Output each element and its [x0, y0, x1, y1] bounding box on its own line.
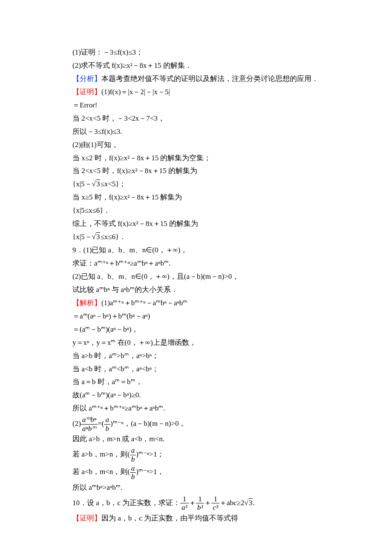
text-line: (2)由(1)可知，: [72, 139, 328, 152]
text-line: 当 a>b 时，aᵐ>bᵐ，aⁿ>bⁿ；: [72, 350, 328, 363]
text-line: 故(aᵐ－bᵐ)(aⁿ－bⁿ)≥0.: [72, 389, 328, 402]
fraction: ab: [130, 446, 136, 463]
text-line: 若 a>b，m>n，则(ab)ᵐ⁻ⁿ>1；: [72, 446, 328, 463]
text-line: 当 a＝b 时，aᵐ＝bᵐ，: [72, 376, 328, 389]
text-line: 试比较 aᵐbⁿ 与 aⁿbᵐ的大小关系．: [72, 283, 328, 297]
text-line: 综上，不等式 f(x)≥x²－8x＋15 的解集为: [72, 217, 328, 231]
fraction: 1a³: [180, 495, 189, 512]
analysis-label: 【分析】: [72, 75, 101, 83]
text-line: 【证明】(1)f(x)＝|x－2|－|x－5|: [72, 86, 328, 99]
text-line: (2)aᵐbⁿaⁿbᵐ=(ab)ᵐ⁻ⁿ，(a－b)(m－n)>0，: [72, 415, 328, 433]
text-line: 当 x≥5 时，f(x)≥x²－8x＋15 解集为: [72, 191, 328, 204]
text-line: ＝(aᵐ－bᵐ)(aⁿ－bⁿ)，: [72, 323, 328, 336]
text-line: 当 a<b 时，aᵐ<bᵐ，aⁿ<bⁿ；: [72, 363, 328, 376]
text-line: 10．设 a，b，c 为正实数，求证：1a³＋1b³＋1c³＋abc≥2√3.: [72, 494, 328, 512]
sqrt-icon: √3: [92, 179, 101, 188]
text-line: ＝aᵐ(aⁿ－bⁿ)＋bᵐ(bⁿ－aⁿ): [72, 310, 328, 323]
text-line: (2)已知 a、b、m、n∈(0，＋∞)，且(a－b)(m－n)>0，: [72, 270, 328, 283]
text-line: 【证明】因为 a，b，c 为正实数，由平均值不等式得: [72, 512, 328, 525]
text-line: 【分析】本题考查绝对值不等式的证明以及解法，注意分类讨论思想的应用．: [72, 72, 328, 86]
fraction: 1b³: [196, 495, 205, 512]
fraction: ab: [130, 464, 136, 481]
text-line: 所以－3≤f(x)≤3.: [72, 125, 328, 139]
text-line: {x|5－√3≤x≤6}．: [72, 231, 328, 244]
text-line: ＝Error!: [72, 99, 328, 112]
text-line: (1)证明：－3≤f(x)≤3；: [72, 46, 328, 59]
text-line: 9．(1)已知 a、b、m、n∈(0，＋∞)，: [72, 244, 328, 257]
document-body: (1)证明：－3≤f(x)≤3； (2)求不等式 f(x)≥x²－8x＋15 的…: [0, 0, 328, 525]
fraction: 1c³: [211, 495, 219, 512]
text-line: 若 a<b，m<n，则(ab)ᵐ⁻ⁿ>1，: [72, 463, 328, 481]
proof-label: 【证明】: [72, 88, 101, 96]
solution-label: 【解析】: [72, 299, 101, 307]
text-line: 所以 aᵐ⁺ⁿ＋bᵐ⁺ⁿ≥aᵐbⁿ＋aⁿbᵐ.: [72, 402, 328, 415]
text-line: 当 x≤2 时，f(x)≥x²－8x＋15 的解集为空集；: [72, 152, 328, 165]
fraction: ab: [104, 416, 110, 433]
sqrt-icon: √3: [244, 498, 253, 507]
text-line: 求证：aᵐ⁺ⁿ＋bᵐ⁺ⁿ≥aᵐbⁿ＋aⁿbᵐ.: [72, 257, 328, 270]
text-line: y＝xⁿ，y＝xᵐ 在(0，＋∞)上是增函数，: [72, 336, 328, 350]
text-line: 当 2<x<5 时，－3<2x－7<3，: [72, 112, 328, 125]
text-line: {x|5－√3≤x<5}；: [72, 178, 328, 191]
sqrt-icon: √3: [92, 232, 101, 241]
proof-label: 【证明】: [72, 514, 101, 522]
text-line: 所以 aᵐbⁿ>aⁿbᵐ.: [72, 481, 328, 494]
fraction: aᵐbⁿaⁿbᵐ: [81, 416, 98, 433]
text-line: 因此 a>b，m>n 或 a<b，m<n.: [72, 433, 328, 446]
text-line: (2)求不等式 f(x)≥x²－8x＋15 的解集．: [72, 59, 328, 72]
text-line: {x|5≤x≤6}．: [72, 204, 328, 217]
text-line: 【解析】(1)aᵐ⁺ⁿ＋bᵐ⁺ⁿ－aᵐbⁿ－aⁿbᵐ: [72, 297, 328, 310]
text-line: 当 2<x<5 时，f(x)≥x²－8x＋15 的解集为: [72, 165, 328, 178]
